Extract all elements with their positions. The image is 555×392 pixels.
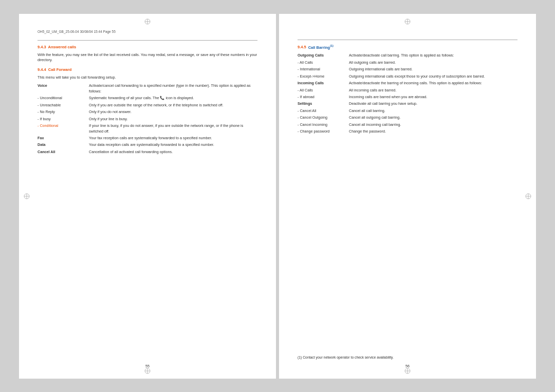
incoming-calls-value: Activate/deactivate the barring of incom…: [349, 80, 517, 87]
unconditional-value: Systematic forwarding of all your calls.…: [89, 95, 257, 102]
left-page-number: 55: [145, 364, 150, 369]
table-row-data: Data Your data reception calls are syste…: [38, 142, 257, 148]
section-943: 9.4.3 Answered calls With the feature, y…: [38, 45, 257, 63]
table-row-unconditional: - Unconditional Systematic forwarding of…: [38, 95, 257, 102]
outgoing-except-value: Outgoing international calls except thos…: [349, 73, 517, 80]
table-row-voice: Voice Activate/cancel call forwarding to…: [38, 83, 257, 95]
section-943-body: With the feature, you may see the list o…: [38, 52, 257, 63]
table-row-incoming-abroad: - If abroad Incoming calls are barred wh…: [298, 94, 517, 101]
cancel-incoming-barring-label: - Cancel Incoming: [298, 121, 349, 128]
noreply-label: - No Reply: [38, 109, 89, 116]
unreachable-value: Only if you are outside the range of the…: [89, 102, 257, 108]
section-943-heading: 9.4.3 Answered calls: [38, 45, 257, 50]
cancelall-label: Cancel All: [38, 148, 89, 155]
unconditional-label: - Unconditional: [38, 95, 89, 102]
data-label: Data: [38, 142, 89, 148]
conditional-label: - Conditional: [38, 123, 89, 135]
reg-mark-right-right: [525, 193, 532, 200]
section-944-table: Voice Activate/cancel call forwarding to…: [38, 83, 257, 156]
table-row-outgoing-all: - All Calls All outgoing calls are barre…: [298, 59, 517, 66]
fax-value: Your fax reception calls are systematica…: [89, 135, 257, 141]
voice-value: Activate/cancel call forwarding to a spe…: [89, 83, 257, 95]
cancelall-value: Cancellation of all activated call forwa…: [89, 148, 257, 155]
table-row-cancel-incoming-barring: - Cancel Incoming Cancel all incoming ca…: [298, 121, 517, 128]
outgoing-all-label: - All Calls: [298, 59, 349, 66]
section-944-body: This menu will take you to call forwardi…: [38, 75, 257, 80]
cancel-incoming-barring-value: Cancel all incoming call barring.: [349, 121, 517, 128]
right-page-number: 56: [405, 364, 410, 369]
ifbusy-label: - If busy: [38, 116, 89, 122]
conditional-value: If your line is busy, if you do not answ…: [89, 123, 257, 135]
reg-mark-top: [144, 18, 151, 25]
outgoing-calls-label: Outgoing Calls: [298, 52, 349, 59]
table-row-outgoing-international: - International Outgoing international c…: [298, 66, 517, 73]
table-row-outgoing-except-home: - Except->Home Outgoing international ca…: [298, 73, 517, 80]
settings-label: Settings: [298, 101, 349, 107]
section-945-heading: 9.4.5 Call Barring(1): [298, 44, 517, 50]
data-value: Your data reception calls are systematic…: [89, 142, 257, 148]
settings-value: Deactivate all call barring you have set…: [349, 101, 517, 107]
incoming-calls-label: Incoming Calls: [298, 80, 349, 87]
table-row-incoming-calls: Incoming Calls Activate/deactivate the b…: [298, 80, 517, 87]
left-page: OH5_02_UM_GB_25-06-04 30/08/04 15:44 Pag…: [19, 14, 276, 379]
table-row-settings: Settings Deactivate all call barring you…: [298, 101, 517, 107]
outgoing-except-label: - Except->Home: [298, 73, 349, 80]
unreachable-label: - Unreachable: [38, 102, 89, 108]
outgoing-intl-label: - International: [298, 66, 349, 73]
cancel-all-barring-label: - Cancel All: [298, 107, 349, 114]
table-row-change-password: - Change password Change the password.: [298, 128, 517, 135]
incoming-abroad-label: - If abroad: [298, 94, 349, 101]
section-945: 9.4.5 Call Barring(1) Outgoing Calls Act…: [298, 44, 517, 136]
section-944-heading: 9.4.4 Call Forward: [38, 67, 257, 73]
reg-mark-left: [23, 193, 30, 200]
table-row-incoming-all: - All Calls All incoming calls are barre…: [298, 87, 517, 94]
right-page: 9.4.5 Call Barring(1) Outgoing Calls Act…: [279, 14, 536, 379]
voice-label: Voice: [38, 83, 89, 95]
cancel-outgoing-barring-label: - Cancel Outgoing: [298, 115, 349, 121]
right-footnote: (1) Contact your network operator to che…: [298, 355, 517, 360]
incoming-abroad-value: Incoming calls are barred when you are a…: [349, 94, 517, 101]
cancel-all-barring-value: Cancel all call barring.: [349, 107, 517, 114]
cancel-outgoing-barring-value: Cancel all outgoing call barring.: [349, 115, 517, 121]
section-945-table: Outgoing Calls Activate/deactivate call …: [298, 52, 517, 135]
change-password-label: - Change password: [298, 128, 349, 135]
ifbusy-value: Only if your line is busy.: [89, 116, 257, 122]
outgoing-intl-value: Outgoing international calls are barred.: [349, 66, 517, 73]
table-row-conditional: - Conditional If your line is busy, if y…: [38, 123, 257, 135]
table-row-ifbusy: - If busy Only if your line is busy.: [38, 116, 257, 122]
table-row-outgoing-calls: Outgoing Calls Activate/deactivate call …: [298, 52, 517, 59]
incoming-all-value: All incoming calls are barred.: [349, 87, 517, 94]
table-row-cancel-outgoing-barring: - Cancel Outgoing Cancel all outgoing ca…: [298, 115, 517, 121]
change-password-value: Change the password.: [349, 128, 517, 135]
outgoing-all-value: All outgoing calls are barred.: [349, 59, 517, 66]
spread-container: OH5_02_UM_GB_25-06-04 30/08/04 15:44 Pag…: [0, 0, 555, 392]
outgoing-calls-value: Activate/deactivate call barring. This o…: [349, 52, 517, 59]
incoming-all-label: - All Calls: [298, 87, 349, 94]
fax-label: Fax: [38, 135, 89, 141]
table-row-cancel-all-barring: - Cancel All Cancel all call barring.: [298, 107, 517, 114]
section-944: 9.4.4 Call Forward This menu will take y…: [38, 67, 257, 156]
table-row-cancelall: Cancel All Cancellation of all activated…: [38, 148, 257, 155]
table-row-fax: Fax Your fax reception calls are systema…: [38, 135, 257, 141]
noreply-value: Only if you do not answer.: [89, 109, 257, 116]
table-row-noreply: - No Reply Only if you do not answer.: [38, 109, 257, 116]
header-meta: OH5_02_UM_GB_25-06-04 30/08/04 15:44 Pag…: [38, 29, 257, 34]
table-row-unreachable: - Unreachable Only if you are outside th…: [38, 102, 257, 108]
reg-mark-top-right: [404, 18, 411, 25]
